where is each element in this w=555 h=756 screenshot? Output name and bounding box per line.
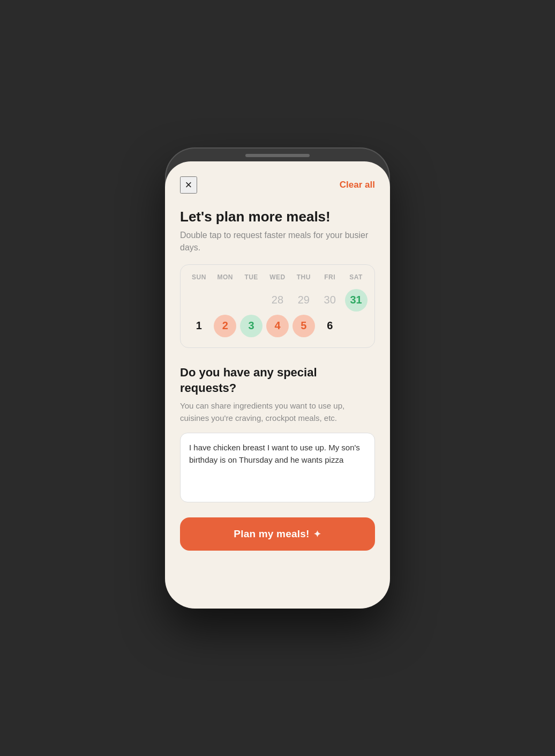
special-requests-input[interactable]	[180, 433, 375, 502]
cal-cell-empty4	[343, 313, 369, 339]
day-label-thu: THU	[290, 273, 317, 281]
day-label-fri: FRI	[317, 273, 343, 281]
cal-cell-2[interactable]: 2	[212, 313, 238, 339]
cal-cell-3[interactable]: 3	[238, 313, 265, 339]
phone-screen: × Clear all Let's plan more meals! Doubl…	[165, 161, 390, 609]
special-requests-title: Do you have any special requests?	[180, 365, 375, 396]
plan-meals-button[interactable]: Plan my meals! ✦	[180, 517, 375, 551]
clear-all-button[interactable]: Clear all	[340, 180, 375, 190]
cal-cell-28[interactable]: 28	[265, 287, 291, 313]
phone-notch	[245, 154, 310, 157]
cal-cell-29[interactable]: 29	[290, 287, 317, 313]
cal-cell-empty3	[238, 287, 265, 313]
day-label-wed: WED	[265, 273, 291, 281]
plan-section-title: Let's plan more meals!	[180, 209, 375, 225]
day-label-tue: TUE	[238, 273, 265, 281]
close-button[interactable]: ×	[180, 176, 197, 194]
cal-cell-5[interactable]: 5	[290, 313, 317, 339]
plan-section-subtitle: Double tap to request faster meals for y…	[180, 229, 375, 254]
cal-cell-empty1	[186, 287, 212, 313]
special-requests-subtitle: You can share ingredients you want to us…	[180, 400, 375, 424]
calendar-week1: 28 29 30 31	[186, 287, 369, 313]
cal-cell-30[interactable]: 30	[317, 287, 343, 313]
day-label-sun: SUN	[186, 273, 212, 281]
cal-cell-6[interactable]: 6	[317, 313, 343, 339]
calendar: SUN MON TUE WED THU FRI SAT 28 29 30 31	[180, 264, 375, 348]
cal-cell-4[interactable]: 4	[265, 313, 291, 339]
cal-cell-empty2	[212, 287, 238, 313]
top-bar: × Clear all	[180, 176, 375, 194]
calendar-header: SUN MON TUE WED THU FRI SAT	[186, 273, 369, 281]
calendar-week2: 1 2 3 4 5 6	[186, 313, 369, 339]
phone-frame: × Clear all Let's plan more meals! Doubl…	[165, 147, 390, 609]
day-label-sat: SAT	[343, 273, 369, 281]
bottom-cta: Plan my meals! ✦	[165, 517, 390, 568]
cal-cell-1[interactable]: 1	[186, 313, 212, 339]
sparkle-icon: ✦	[313, 529, 321, 540]
day-label-mon: MON	[212, 273, 238, 281]
cal-cell-31[interactable]: 31	[343, 287, 369, 313]
plan-meals-label: Plan my meals!	[234, 528, 309, 540]
